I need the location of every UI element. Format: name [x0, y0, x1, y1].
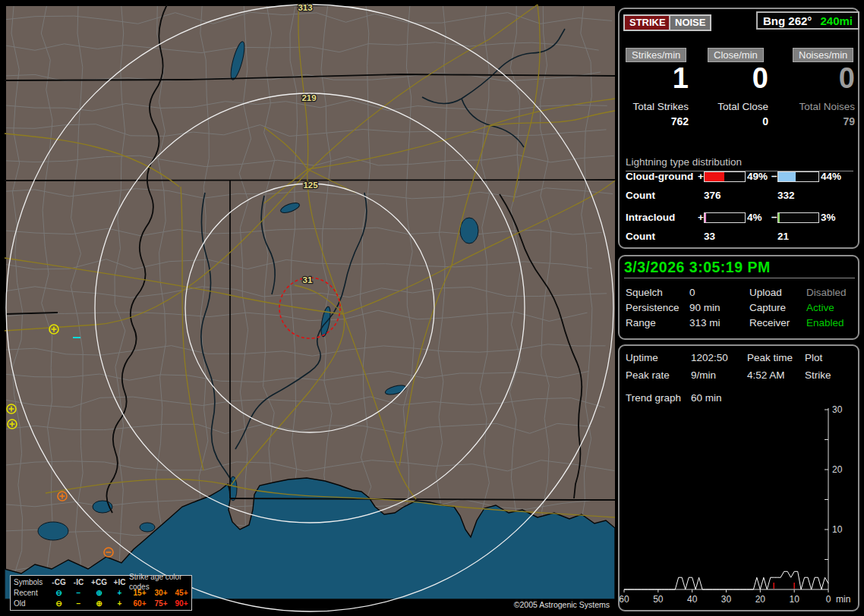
plus-ic-recent-icon: + — [110, 588, 129, 598]
count-label: Count — [626, 190, 655, 201]
trend-y-tick-label: 30 — [832, 404, 843, 415]
cg-plus-pct: 49% — [747, 171, 768, 182]
peak-time-value: 4:52 AM — [747, 369, 785, 381]
plus-sign: + — [698, 171, 704, 182]
legend-symbols-header: Symbols — [14, 577, 49, 587]
age-90: 90+ — [172, 599, 191, 608]
receiver-value: Enabled — [806, 317, 844, 328]
age-75: 75+ — [150, 599, 172, 608]
peak-rate-label: Peak rate — [626, 369, 670, 381]
ic-minus-count: 21 — [777, 231, 789, 242]
persistence-label: Persistence — [626, 302, 680, 313]
age-45: 45+ — [172, 588, 191, 598]
legend-row-recent-label: Recent — [14, 588, 49, 598]
upload-label: Upload — [749, 287, 782, 298]
stats-panel: STRIKE NOISE Bng 262° 240mi Strikes/min … — [618, 8, 859, 249]
minus-ic-old-icon: − — [69, 599, 88, 608]
cg-plus-count: 376 — [704, 190, 721, 201]
minus-cg-old-icon: ⊖ — [49, 599, 69, 608]
intracloud-label: Intracloud — [626, 212, 675, 223]
trend-y-tick-label: 10 — [832, 524, 843, 535]
age-15: 15+ — [129, 588, 150, 598]
total-strikes-label: Total Strikes — [620, 101, 689, 112]
total-noises-label: Total Noises — [786, 101, 855, 112]
range-value: 313 mi — [689, 317, 721, 328]
trend-x-tick-label: 40 — [687, 594, 698, 605]
range-ring-label: 31 — [303, 275, 313, 284]
copyright-text: ©2005 Astrogenic Systems — [486, 599, 612, 611]
cg-minus-pct: 44% — [821, 171, 841, 182]
trend-y-tick-label: 20 — [832, 464, 843, 475]
ic-plus-bar — [704, 212, 746, 223]
trend-x-tick-label: 20 — [755, 594, 766, 605]
strikes-per-min-chip: Strikes/min — [626, 48, 686, 62]
total-noises-value: 79 — [786, 115, 855, 127]
minus-cg-recent-icon: ⊖ — [49, 588, 69, 598]
uptime-value: 1202:50 — [691, 352, 728, 363]
bearing-distance: 240mi — [820, 14, 853, 27]
legend-col-pic: +IC — [110, 577, 129, 587]
trend-graph-chart: 1020306050403020100min — [620, 399, 859, 610]
trend-x-tick-label: 0 — [826, 594, 831, 605]
session-panel: Uptime 1202:50 Peak time Plot Peak rate … — [618, 344, 859, 611]
legend-col-pcg: +CG — [88, 577, 110, 587]
strike-button[interactable]: STRIKE — [623, 14, 672, 31]
plus-ic-old-icon: + — [110, 599, 129, 608]
map-legend: Symbols -CG -IC +CG +IC Strike age color… — [10, 575, 192, 611]
noise-button[interactable]: NOISE — [669, 14, 711, 31]
range-label: Range — [626, 317, 656, 328]
plus-sign: + — [698, 212, 704, 223]
minus-ic-recent-icon: − — [69, 588, 88, 598]
lightning-map[interactable]: 31321912531 — [6, 6, 615, 599]
ic-plus-pct: 4% — [747, 212, 762, 223]
total-strikes-value: 762 — [620, 115, 689, 127]
count-label: Count — [626, 231, 655, 242]
noises-per-min-value: 0 — [788, 62, 855, 94]
datetime-display: 3/3/2026 3:05:19 PM — [624, 259, 771, 276]
legend-col-nic: -IC — [69, 577, 88, 587]
cg-plus-bar — [704, 171, 746, 182]
cloud-ground-row: Cloud-ground + 49% − 44% — [626, 171, 856, 183]
cloud-ground-count-row: Count 376 332 — [626, 190, 856, 202]
age-60: 60+ — [129, 599, 150, 608]
lake — [38, 522, 68, 540]
trend-x-tick-label: 50 — [653, 594, 664, 605]
close-per-min-value: 0 — [703, 62, 768, 94]
trend-x-tick-label: 30 — [721, 594, 732, 605]
uptime-label: Uptime — [626, 352, 658, 363]
squelch-label: Squelch — [626, 287, 663, 298]
nexstorm-window: { "header": { "strike_button": "STRIKE",… — [0, 0, 864, 616]
range-ring-label: 219 — [301, 93, 316, 102]
plot-value: Strike — [805, 369, 831, 381]
close-per-min-chip: Close/min — [708, 48, 764, 62]
trend-x-tick-label: 10 — [789, 594, 799, 605]
plus-cg-old-icon: ⊕ — [88, 599, 110, 608]
trend-line — [624, 571, 828, 589]
age-30: 30+ — [150, 588, 172, 598]
ic-minus-bar — [777, 212, 819, 223]
peak-rate-value: 9/min — [691, 369, 716, 381]
legend-row-old-label: Old — [14, 599, 49, 608]
cg-minus-bar — [777, 171, 819, 182]
minus-sign: − — [771, 171, 777, 182]
receiver-label: Receiver — [749, 317, 790, 328]
intracloud-count-row: Count 33 21 — [626, 231, 856, 243]
plot-label: Plot — [805, 352, 822, 363]
strikes-per-min-value: 1 — [623, 62, 689, 94]
range-ring-label: 125 — [303, 181, 318, 190]
trend-axes — [624, 408, 828, 592]
total-close-value: 0 — [699, 115, 768, 127]
cloud-ground-label: Cloud-ground — [626, 171, 693, 182]
trend-x-axis-unit: min — [836, 594, 850, 605]
peak-time-label: Peak time — [747, 352, 793, 363]
divider — [624, 278, 855, 278]
ic-minus-pct: 3% — [821, 212, 836, 223]
persistence-value: 90 min — [689, 302, 721, 313]
lake — [140, 523, 155, 532]
upload-value: Disabled — [806, 287, 847, 298]
total-close-label: Total Close — [699, 101, 768, 112]
cg-minus-count: 332 — [777, 190, 795, 201]
noises-per-min-chip: Noises/min — [793, 48, 853, 62]
bearing-display: Bng 262° 240mi — [756, 11, 859, 30]
plus-cg-recent-icon: ⊕ — [88, 588, 110, 598]
